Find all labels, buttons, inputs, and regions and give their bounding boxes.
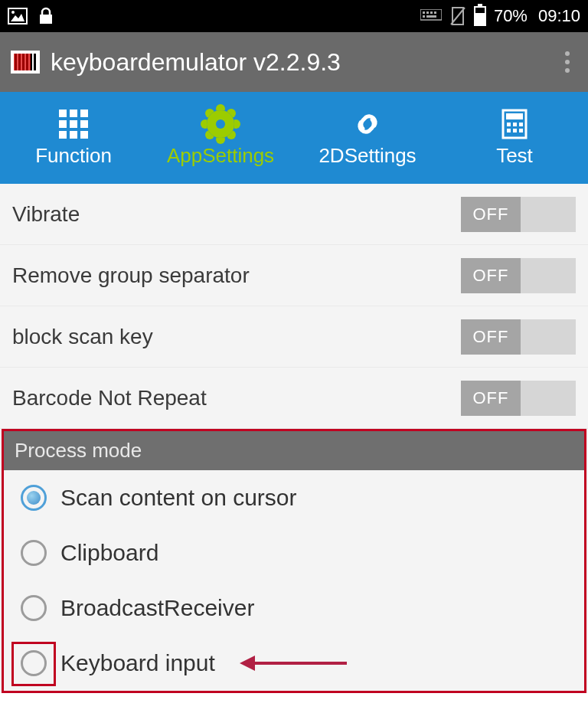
svg-rect-9 [423,15,425,18]
tab-test[interactable]: Test [441,92,588,184]
app-bar: keyboardemulator v2.2.9.3 [0,32,588,92]
svg-rect-6 [426,11,429,14]
image-icon [8,8,28,25]
radio-clipboard[interactable]: Clipboard [4,525,584,580]
setting-label: Barcode Not Repeat [12,386,207,410]
setting-label: Remove group separator [12,263,250,288]
toggle-remove-group-separator[interactable]: OFF [461,258,576,293]
radio-broadcastreceiver[interactable]: BroadcastReceiver [4,580,584,636]
section-header-process-mode: Process mode [4,431,584,470]
calculator-icon [499,109,530,139]
toggle-state: OFF [461,197,521,232]
overflow-menu-icon[interactable] [557,44,577,80]
grid-icon [58,109,89,139]
svg-rect-18 [513,129,517,132]
tab-2dsettings[interactable]: 2DSettings [294,92,441,184]
setting-barcode-not-repeat: Barcode Not Repeat OFF [0,368,588,429]
settings-list: Vibrate OFF Remove group separator OFF b… [0,184,588,693]
svg-rect-15 [513,123,517,126]
setting-block-scan-key: block scan key OFF [0,306,588,368]
tab-label: AppSettings [167,144,274,168]
setting-label: block scan key [12,325,153,349]
svg-rect-3 [40,15,52,24]
toggle-state: OFF [461,319,521,355]
tab-label: Test [496,144,533,168]
annotation-highlight-process-mode: Process mode Scan content on cursor Clip… [2,429,586,693]
tab-bar: Function AppSettings 2DSettings Test [0,92,588,184]
link-icon [352,109,383,139]
radio-icon [21,595,47,621]
radio-label: Clipboard [60,540,158,566]
radio-label: Scan content on cursor [60,485,297,511]
tab-label: Function [35,144,112,168]
svg-rect-19 [519,129,523,132]
svg-rect-16 [519,123,523,126]
svg-marker-1 [11,14,24,21]
svg-rect-8 [434,11,436,14]
radio-icon [21,485,47,511]
radio-icon [21,650,47,676]
svg-rect-7 [430,11,433,14]
app-title: keyboardemulator v2.2.9.3 [51,48,341,77]
tab-label: 2DSettings [318,144,416,168]
keyboard-icon [420,9,442,23]
svg-rect-5 [423,11,425,14]
radio-scan-content-on-cursor[interactable]: Scan content on cursor [4,470,584,525]
setting-label: Vibrate [12,202,80,227]
setting-vibrate: Vibrate OFF [0,184,588,245]
status-bar: 70% 09:10 [0,0,588,32]
clock: 09:10 [538,6,580,26]
battery-percent: 70% [494,6,528,26]
gear-icon [205,109,236,139]
svg-rect-14 [507,123,511,126]
toggle-block-scan-key[interactable]: OFF [461,319,576,355]
annotation-arrow-icon [240,656,347,671]
radio-label: Keyboard input [60,650,215,676]
radio-icon [21,540,47,566]
toggle-state: OFF [461,381,521,416]
radio-keyboard-input[interactable]: Keyboard input [4,636,584,691]
radio-label: BroadcastReceiver [60,595,254,621]
app-icon [11,51,40,74]
svg-rect-4 [420,9,442,20]
svg-point-2 [11,11,15,14]
toggle-vibrate[interactable]: OFF [461,197,576,232]
tab-function[interactable]: Function [0,92,147,184]
no-sim-icon [449,6,466,26]
setting-remove-group-separator: Remove group separator OFF [0,245,588,306]
svg-rect-17 [507,129,511,132]
svg-rect-13 [506,113,523,119]
battery-icon [474,6,486,26]
svg-rect-10 [426,15,436,18]
toggle-state: OFF [461,258,521,293]
lock-icon [38,7,54,25]
toggle-barcode-not-repeat[interactable]: OFF [461,381,576,416]
tab-appsettings[interactable]: AppSettings [147,92,294,184]
